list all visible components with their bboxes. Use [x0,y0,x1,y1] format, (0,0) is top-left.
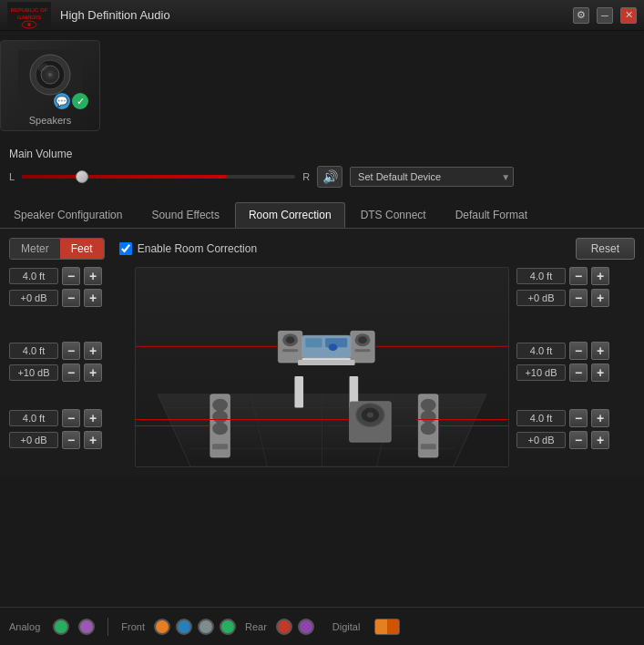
settings-button[interactable]: ⚙ [573,7,589,24]
default-device-wrapper: Set Default Device ▼ [350,167,514,187]
svg-rect-33 [305,338,322,347]
svg-point-40 [367,413,373,418]
front-section: Front [121,619,236,635]
front-right-distance-minus[interactable]: − [569,267,588,285]
volume-section: Main Volume L R 🔊 Set Default Device ▼ [0,140,644,195]
front-right-distance-row: 4.0 ft − + [516,267,635,285]
svg-rect-21 [294,376,303,408]
analog-dot-purple[interactable] [78,619,95,635]
side-right-distance-plus[interactable]: + [591,342,609,360]
rear-left-gain: +0 dB [9,432,58,448]
separator-1 [107,618,108,636]
logo-area: REPUBLIC OF GAMERS [7,2,51,29]
svg-point-48 [421,411,436,424]
left-controls: 4.0 ft − + +0 dB − + 4.0 ft − + +10 dB −… [9,267,128,467]
side-right-gain: +10 dB [516,364,566,381]
front-right-gain-plus[interactable]: + [591,289,609,307]
svg-point-43 [212,411,228,424]
analog-label: Analog [9,621,40,632]
svg-point-44 [212,422,228,435]
default-device-select[interactable]: Set Default Device [350,167,514,187]
front-left-gain-plus[interactable]: + [84,289,102,307]
rear-left-distance-minus[interactable]: − [62,409,80,427]
rear-dot-purple[interactable] [298,619,314,635]
center-visualization [135,267,509,467]
feet-button[interactable]: Feet [60,239,104,259]
front-dot-gray[interactable] [198,619,214,635]
rear-dot-red[interactable] [276,619,292,635]
reset-button[interactable]: Reset [576,238,635,260]
tab-speaker-configuration[interactable]: Speaker Configuration [0,202,136,228]
speaker-image-container: 💬 ✓ [14,46,87,108]
front-right-distance-plus[interactable]: + [591,267,609,285]
front-right-gain-minus[interactable]: − [569,289,588,307]
tab-sound-effects[interactable]: Sound Effects [138,202,233,228]
digital-icon[interactable] [374,619,400,635]
right-controls: 4.0 ft − + +0 dB − + 4.0 ft − + +10 dB −… [516,267,635,467]
svg-rect-31 [355,349,371,352]
volume-slider[interactable] [22,168,295,186]
rear-right-distance-minus[interactable]: − [569,409,588,427]
front-dot-orange[interactable] [154,619,170,635]
chat-badge: 💬 [54,93,70,109]
svg-rect-45 [212,444,228,449]
side-right-distance-minus[interactable]: − [569,342,588,360]
svg-point-42 [212,399,228,412]
front-left-distance-plus[interactable]: + [84,267,102,285]
rear-label: Rear [245,621,267,632]
svg-point-26 [286,336,295,343]
rear-left-gain-row: +0 dB − + [9,431,128,449]
minimize-button[interactable]: ─ [597,7,613,24]
rear-right-distance-plus[interactable]: + [591,409,609,427]
svg-rect-36 [298,360,355,365]
side-left-distance-plus[interactable]: + [84,342,102,360]
side-right-distance: 4.0 ft [516,343,566,359]
front-dot-green[interactable] [220,619,236,635]
front-dot-blue[interactable] [176,619,192,635]
room-svg [136,268,508,466]
analog-dot-green[interactable] [53,619,69,635]
rear-right-distance-row: 4.0 ft − + [516,409,635,427]
rear-left-gain-minus[interactable]: − [62,431,80,449]
speaker-device-box[interactable]: 💬 ✓ Speakers [0,40,100,131]
badge-area: 💬 ✓ [54,93,88,109]
meter-button[interactable]: Meter [10,239,60,259]
volume-thumb[interactable] [76,170,88,183]
svg-point-47 [421,399,436,412]
side-right-gain-minus[interactable]: − [569,363,588,382]
speaker-layout: 4.0 ft − + +0 dB − + 4.0 ft − + +10 dB −… [9,267,635,467]
svg-point-49 [421,422,436,435]
rear-left-gain-plus[interactable]: + [84,431,102,449]
tab-default-format[interactable]: Default Format [442,202,541,228]
rog-logo: REPUBLIC OF GAMERS [7,2,51,29]
volume-track [22,175,295,179]
room-correction-panel: Meter Feet Enable Room Correction Reset … [0,229,644,476]
close-button[interactable]: ✕ [620,7,637,24]
side-left-gain-minus[interactable]: − [62,363,80,382]
rear-section: Rear [245,619,314,635]
rear-right-gain-minus[interactable]: − [569,431,588,449]
side-left-gain-plus[interactable]: + [84,363,102,382]
rear-left-distance-plus[interactable]: + [84,409,102,427]
front-left-distance-minus[interactable]: − [62,267,80,285]
rear-right-gain-plus[interactable]: + [591,431,609,449]
side-left-gain-row: +10 dB − + [9,363,128,382]
svg-point-4 [27,23,31,26]
side-right-distance-row: 4.0 ft − + [516,342,635,360]
volume-fill [22,175,227,179]
mute-button[interactable]: 🔊 [317,166,342,188]
enable-room-correction-checkbox[interactable] [119,242,132,255]
window-title: High Definition Audio [60,8,573,22]
front-left-gain-row: +0 dB − + [9,289,128,307]
rc-controls-top: Meter Feet Enable Room Correction Reset [9,238,635,260]
side-left-distance-minus[interactable]: − [62,342,80,360]
side-right-gain-plus[interactable]: + [591,363,609,382]
unit-toggle: Meter Feet [9,238,105,260]
front-left-gain-minus[interactable]: − [62,289,80,307]
tab-room-correction[interactable]: Room Correction [235,202,345,228]
bottom-bar: Analog Front Rear Digital [0,607,644,645]
side-left-distance: 4.0 ft [9,343,58,359]
check-badge: ✓ [72,93,88,109]
svg-point-35 [329,343,338,351]
tab-dts-connect[interactable]: DTS Connect [347,202,440,228]
